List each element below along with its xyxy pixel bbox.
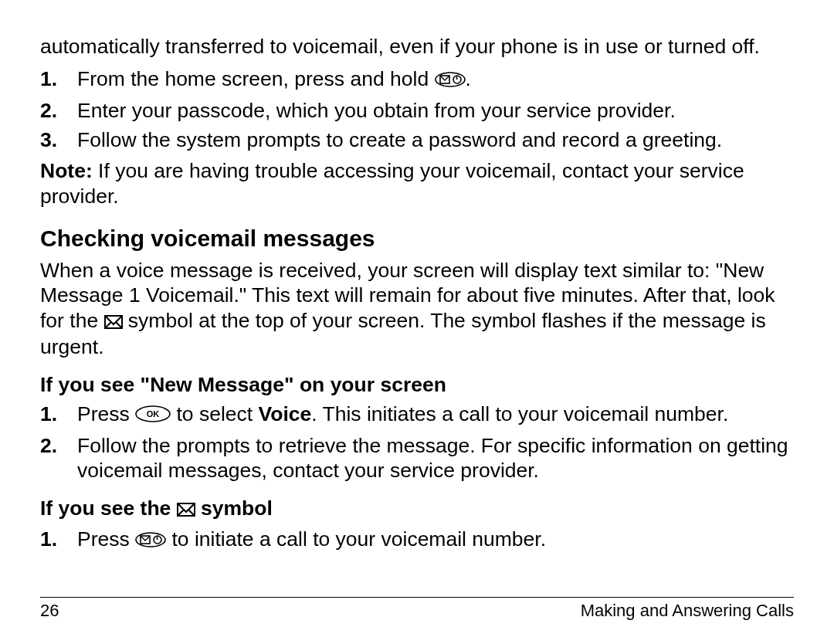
step-number: 1. xyxy=(40,527,57,551)
list-item: 1. Press to initiate a call to your voic… xyxy=(40,527,794,553)
subheading-symbol-b: symbol xyxy=(195,497,273,520)
step-text-before: Press xyxy=(77,402,135,425)
ok-key-icon: OK xyxy=(135,403,171,428)
step-text-after: to initiate a call to your voicemail num… xyxy=(166,527,546,551)
subheading-symbol: If you see the symbol xyxy=(40,497,794,522)
note-paragraph: Note: If you are having trouble accessin… xyxy=(40,158,794,208)
page-number: 26 xyxy=(40,601,59,621)
message-symbol-icon xyxy=(104,310,123,334)
step-text-mid: to select xyxy=(171,402,258,425)
step-text: Follow the system prompts to create a pa… xyxy=(77,128,722,151)
step-text: Enter your passcode, which you obtain fr… xyxy=(77,99,676,122)
new-message-steps: 1. Press OK to select Voice. This initia… xyxy=(40,402,794,483)
list-item: 2. Enter your passcode, which you obtain… xyxy=(40,98,794,123)
voice-label: Voice xyxy=(259,402,312,425)
chapter-title: Making and Answering Calls xyxy=(581,601,794,621)
voicemail-key-icon xyxy=(435,68,466,93)
step-text: Follow the prompts to retrieve the messa… xyxy=(77,434,788,482)
setup-steps-list: 1. From the home screen, press and hold … xyxy=(40,66,794,152)
step-number: 2. xyxy=(40,433,57,458)
voicemail-key-icon xyxy=(135,528,166,553)
step-number: 1. xyxy=(40,66,57,91)
list-item: 3. Follow the system prompts to create a… xyxy=(40,127,794,152)
step-text-after: . This initiates a call to your voicemai… xyxy=(311,402,728,425)
page-footer: 26 Making and Answering Calls xyxy=(40,597,794,621)
section-body: When a voice message is received, your s… xyxy=(40,258,794,359)
subheading-symbol-a: If you see the xyxy=(40,497,177,520)
step-text-before: Press xyxy=(77,527,135,551)
step-text: From the home screen, press and hold xyxy=(77,67,435,90)
step-number: 3. xyxy=(40,127,57,152)
message-symbol-icon xyxy=(177,498,195,522)
note-label: Note: xyxy=(40,159,93,182)
svg-text:OK: OK xyxy=(147,409,160,419)
section-heading: Checking voicemail messages xyxy=(40,225,794,252)
intro-paragraph: automatically transferred to voicemail, … xyxy=(40,34,794,59)
symbol-steps: 1. Press to initiate a call to your voic… xyxy=(40,527,794,553)
section-body-b: symbol at the top of your screen. The sy… xyxy=(40,309,766,358)
list-item: 1. From the home screen, press and hold … xyxy=(40,66,794,93)
subheading-new-message: If you see "New Message" on your screen xyxy=(40,373,794,397)
manual-page: automatically transferred to voicemail, … xyxy=(0,0,834,644)
step-number: 2. xyxy=(40,98,57,123)
note-text: If you are having trouble accessing your… xyxy=(40,159,744,207)
step-number: 1. xyxy=(40,402,57,426)
list-item: 2. Follow the prompts to retrieve the me… xyxy=(40,433,794,483)
step-text-after: . xyxy=(466,67,471,90)
list-item: 1. Press OK to select Voice. This initia… xyxy=(40,402,794,428)
